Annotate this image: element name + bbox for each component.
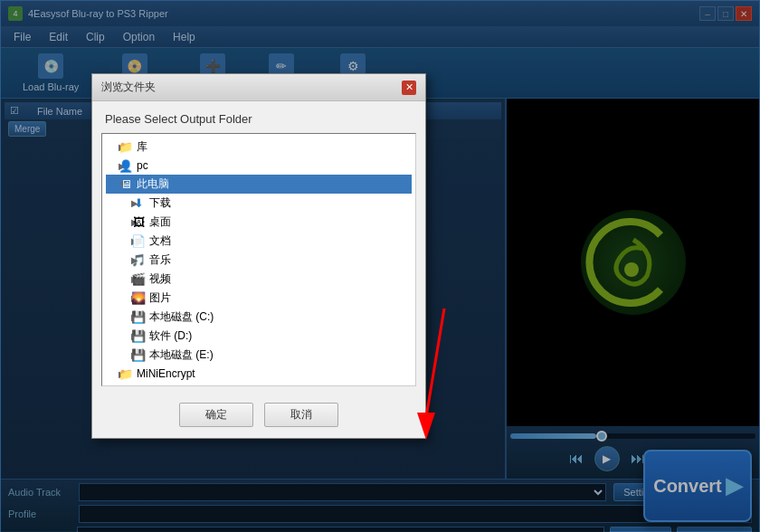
expand-icon-pc: ▶ bbox=[106, 161, 119, 171]
tree-label-pictures: 图片 bbox=[149, 290, 171, 306]
modal-title: 浏览文件夹 bbox=[101, 80, 156, 95]
tree-label-videos: 视频 bbox=[149, 271, 171, 287]
tree-label-pc: pc bbox=[137, 159, 148, 172]
tree-item-pc[interactable]: ▶ 👤 pc bbox=[106, 157, 412, 175]
documents-icon: 📄 bbox=[131, 234, 146, 249]
tree-item-local-c[interactable]: ▶ 💾 本地磁盘 (C:) bbox=[106, 308, 412, 327]
tree-label-this-pc: 此电脑 bbox=[137, 176, 169, 192]
downloads-icon: ⬇ bbox=[131, 196, 146, 211]
hdd-c-icon: 💾 bbox=[131, 310, 146, 325]
expand-icon-documents: ▶ bbox=[106, 236, 131, 246]
expand-icon-local-c: ▶ bbox=[106, 312, 131, 322]
desktop-icon: 🖼 bbox=[131, 215, 146, 230]
tree-label-library: 库 bbox=[137, 139, 147, 155]
tree-item-library[interactable]: ▶ 📁 库 bbox=[106, 138, 412, 157]
tree-item-this-pc[interactable]: ▼ 🖥 此电脑 bbox=[106, 175, 412, 194]
hdd-d-icon: 💾 bbox=[131, 329, 146, 344]
pc-icon: 👤 bbox=[119, 158, 133, 173]
tree-label-desktop: 桌面 bbox=[149, 214, 171, 230]
tree-item-documents[interactable]: ▶ 📄 文档 bbox=[106, 232, 412, 251]
modal-titlebar: 浏览文件夹 ✕ bbox=[92, 74, 425, 101]
tree-label-local-d: 软件 (D:) bbox=[149, 328, 192, 344]
modal-header: Please Select Output Folder bbox=[92, 101, 425, 133]
tree-label-downloads: 下载 bbox=[149, 195, 171, 211]
tree-label-local-e: 本地磁盘 (E:) bbox=[149, 347, 214, 363]
modal-cancel-button[interactable]: 取消 bbox=[264, 403, 338, 427]
expand-icon-local-d: ▶ bbox=[106, 331, 131, 341]
browse-folder-dialog: 浏览文件夹 ✕ Please Select Output Folder ▶ 📁 … bbox=[91, 73, 426, 439]
videos-icon: 🎬 bbox=[131, 272, 146, 287]
pictures-icon: 🌄 bbox=[131, 291, 146, 306]
expand-icon-videos: ▶ bbox=[106, 274, 131, 284]
tree-label-documents: 文档 bbox=[149, 233, 171, 249]
modal-button-row: 确定 取消 bbox=[92, 395, 425, 438]
tree-label-local-c: 本地磁盘 (C:) bbox=[149, 309, 214, 325]
expand-icon-desktop: ▶ bbox=[106, 217, 131, 227]
hdd-e-icon: 💾 bbox=[131, 348, 146, 363]
tree-item-local-d[interactable]: ▶ 💾 软件 (D:) bbox=[106, 327, 412, 346]
tree-item-mini-encrypt[interactable]: ▶ 📁 MiNiEncrypt bbox=[106, 365, 412, 383]
modal-overlay: 浏览文件夹 ✕ Please Select Output Folder ▶ 📁 … bbox=[1, 1, 759, 531]
this-pc-icon: 🖥 bbox=[119, 177, 133, 192]
expand-icon-local-e: ▶ bbox=[106, 350, 131, 360]
expand-icon-library: ▶ bbox=[106, 142, 119, 152]
expand-icon-mini-encrypt: ▶ bbox=[106, 369, 119, 379]
expand-icon-downloads: ▶ bbox=[106, 198, 131, 208]
folder-icon-library: 📁 bbox=[119, 140, 133, 155]
expand-icon-this-pc: ▼ bbox=[106, 179, 119, 189]
svg-marker-3 bbox=[417, 413, 435, 440]
folder-tree[interactable]: ▶ 📁 库 ▶ 👤 pc ▼ 🖥 此电脑 ▶ bbox=[101, 133, 416, 386]
tree-item-local-e[interactable]: ▶ 💾 本地磁盘 (E:) bbox=[106, 346, 412, 365]
tree-item-downloads[interactable]: ▶ ⬇ 下载 bbox=[106, 194, 412, 213]
tree-label-music: 音乐 bbox=[149, 252, 171, 268]
expand-icon-pictures: ▶ bbox=[106, 293, 131, 303]
tree-item-music[interactable]: ▶ 🎵 音乐 bbox=[106, 251, 412, 270]
tree-item-videos[interactable]: ▶ 🎬 视频 bbox=[106, 270, 412, 289]
red-arrow-indicator bbox=[408, 299, 480, 444]
modal-close-button[interactable]: ✕ bbox=[402, 81, 416, 95]
app-window: 4 4Easysof Blu-ray to PS3 Ripper – □ ✕ F… bbox=[0, 0, 760, 532]
modal-ok-button[interactable]: 确定 bbox=[179, 403, 253, 427]
mini-encrypt-icon: 📁 bbox=[119, 366, 133, 381]
music-icon: 🎵 bbox=[131, 253, 146, 268]
expand-icon-music: ▶ bbox=[106, 255, 131, 265]
tree-item-desktop[interactable]: ▶ 🖼 桌面 bbox=[106, 213, 412, 232]
svg-line-2 bbox=[426, 309, 444, 417]
tree-item-pictures[interactable]: ▶ 🌄 图片 bbox=[106, 289, 412, 308]
tree-label-mini-encrypt: MiNiEncrypt bbox=[137, 367, 195, 380]
